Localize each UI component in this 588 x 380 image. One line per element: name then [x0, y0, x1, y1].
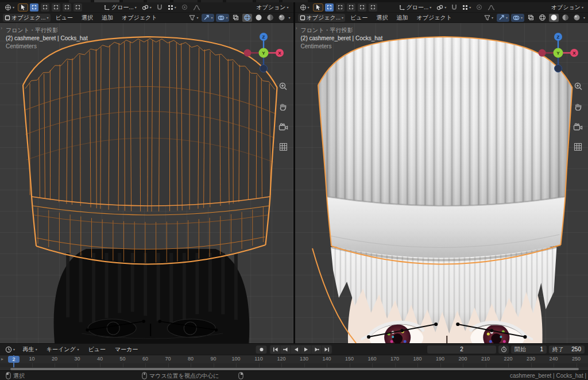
options-dropdown[interactable]: オプション ▾: [254, 3, 290, 11]
proportional-editing-toggle[interactable]: [180, 3, 189, 11]
menu-view[interactable]: ビュー: [52, 14, 76, 22]
mode-dropdown[interactable]: オブジェク... ▾: [298, 14, 346, 22]
menu-keying[interactable]: キーイング ▾: [43, 346, 83, 354]
transform-orientation-dropdown[interactable]: グロー... ▾: [397, 3, 434, 11]
options-dropdown[interactable]: オプション ▾: [550, 3, 585, 11]
next-keyframe-button[interactable]: [312, 346, 322, 354]
menu-view[interactable]: ビュー: [347, 14, 371, 22]
camera-view-icon[interactable]: [573, 123, 583, 131]
current-frame-field[interactable]: 2: [427, 346, 496, 354]
viewport-info-overlay: フロント・平行投影 (2) cashmere_beret | Cocks_hat…: [301, 26, 383, 51]
orientation-label: グロー...: [111, 3, 134, 11]
overlays-icon: [218, 15, 225, 21]
shading-solid-button[interactable]: [254, 14, 264, 22]
xray-toggle[interactable]: [526, 14, 536, 22]
select-mode-new-button[interactable]: [30, 3, 38, 11]
select-mode-intersect-button[interactable]: [74, 3, 82, 11]
jump-end-button[interactable]: [322, 346, 332, 354]
autokey-record-button[interactable]: [256, 346, 267, 354]
timeline-editor-type-button[interactable]: ▾: [3, 346, 17, 354]
active-tool-select-box-button[interactable]: [313, 3, 323, 11]
shading-material-button[interactable]: [265, 14, 275, 22]
menu-add[interactable]: 追加: [98, 14, 117, 22]
gizmo-x-neg-axis[interactable]: [243, 49, 251, 57]
pan-hand-icon[interactable]: [278, 102, 288, 112]
gizmos-toggle[interactable]: ▾: [202, 14, 214, 22]
mode-dropdown[interactable]: オブジェク... ▾: [3, 14, 51, 22]
start-frame-field[interactable]: 開始1: [511, 346, 547, 354]
select-mode-invert-button[interactable]: [63, 3, 71, 11]
shading-rendered-button[interactable]: [277, 14, 287, 22]
gizmo-z-neg-axis[interactable]: [555, 65, 562, 72]
chevron-down-icon: ▾: [13, 6, 14, 9]
prev-keyframe-button[interactable]: [281, 346, 291, 354]
end-frame-field[interactable]: 終了250: [549, 346, 585, 354]
navigation-gizmo[interactable]: X Y Z: [536, 31, 580, 75]
viewport-canvas-solid[interactable]: ›: [295, 23, 588, 343]
select-mode-subtract-button[interactable]: [52, 3, 60, 11]
falloff-curve-icon: [488, 5, 495, 10]
preview-range-button[interactable]: [498, 346, 509, 354]
shading-rendered-button[interactable]: [572, 14, 582, 22]
xray-toggle[interactable]: [231, 14, 241, 22]
menu-playback[interactable]: 再生 ▾: [19, 346, 41, 354]
ruler-tick: [168, 363, 169, 367]
play-button[interactable]: [301, 346, 311, 354]
shading-solid-button[interactable]: [549, 14, 559, 22]
overlays-toggle[interactable]: ▾: [511, 14, 524, 22]
snap-settings-dropdown[interactable]: ▾: [435, 3, 448, 11]
jump-start-button[interactable]: [270, 346, 280, 354]
zoom-icon[interactable]: [574, 82, 583, 91]
select-mode-intersect-button[interactable]: [369, 3, 377, 11]
snap-magnet-toggle[interactable]: [155, 3, 164, 11]
viewport-canvas-wireframe[interactable]: ›: [0, 23, 293, 343]
menu-add[interactable]: 追加: [393, 14, 412, 22]
play-reverse-button[interactable]: [291, 346, 301, 354]
snap-target-dropdown[interactable]: ▾: [461, 3, 473, 11]
menu-view[interactable]: ビュー: [85, 346, 109, 354]
proportional-falloff-dropdown[interactable]: [191, 3, 202, 11]
orthographic-grid-icon[interactable]: [279, 143, 288, 151]
pan-hand-icon[interactable]: [574, 102, 583, 112]
editor-type-button[interactable]: ▾: [3, 3, 16, 11]
timeline-editor: ▾ 再生 ▾ キーイング ▾ ビュー マーカー 2 開始: [0, 343, 588, 370]
menu-object[interactable]: オブジェクト: [413, 14, 455, 22]
snap-settings-dropdown[interactable]: ▾: [140, 3, 153, 11]
proportional-editing-toggle[interactable]: [474, 3, 484, 11]
playhead[interactable]: 2: [13, 355, 14, 367]
object-visibility-dropdown[interactable]: ▾: [187, 14, 200, 22]
menu-object[interactable]: オブジェクト: [118, 14, 160, 22]
snap-magnet-toggle[interactable]: [450, 3, 459, 11]
timeline-track[interactable]: [0, 363, 588, 367]
timeline-ruler[interactable]: 1020304050607080901001101201301401501601…: [0, 355, 588, 363]
mode-label: オブジェク...: [11, 14, 46, 22]
camera-view-icon[interactable]: [278, 123, 288, 131]
menu-select[interactable]: 選択: [373, 14, 392, 22]
select-mode-invert-button[interactable]: [358, 3, 366, 11]
timeline-collapse-icon[interactable]: ▸: [1, 356, 3, 362]
transform-orientation-dropdown[interactable]: グロー... ▾: [102, 3, 138, 11]
shading-wireframe-button[interactable]: [537, 14, 547, 22]
menu-select[interactable]: 選択: [78, 14, 96, 22]
editor-type-button[interactable]: ▾: [298, 3, 311, 11]
snap-target-dropdown[interactable]: ▾: [166, 3, 178, 11]
navigation-gizmo[interactable]: X Y Z: [242, 31, 285, 75]
active-tool-select-box-button[interactable]: [18, 3, 28, 11]
ruler-tick: [508, 363, 509, 367]
select-mode-new-button[interactable]: [325, 3, 334, 11]
shading-wireframe-button[interactable]: [242, 14, 252, 22]
zoom-icon[interactable]: [278, 82, 288, 91]
orthographic-grid-icon[interactable]: [574, 143, 582, 151]
gizmo-z-neg-axis[interactable]: [260, 65, 267, 72]
mouse-right-icon: [238, 372, 243, 379]
overlays-toggle[interactable]: ▾: [216, 14, 229, 22]
select-mode-extend-button[interactable]: [41, 3, 49, 11]
gizmos-toggle[interactable]: ▾: [497, 14, 509, 22]
select-mode-subtract-button[interactable]: [347, 3, 355, 11]
shading-material-button[interactable]: [560, 14, 570, 22]
object-visibility-dropdown[interactable]: ▾: [482, 14, 495, 22]
select-mode-extend-button[interactable]: [336, 3, 345, 11]
gizmo-x-neg-axis[interactable]: [539, 49, 546, 57]
menu-marker[interactable]: マーカー: [111, 346, 141, 354]
proportional-falloff-dropdown[interactable]: [486, 3, 497, 11]
